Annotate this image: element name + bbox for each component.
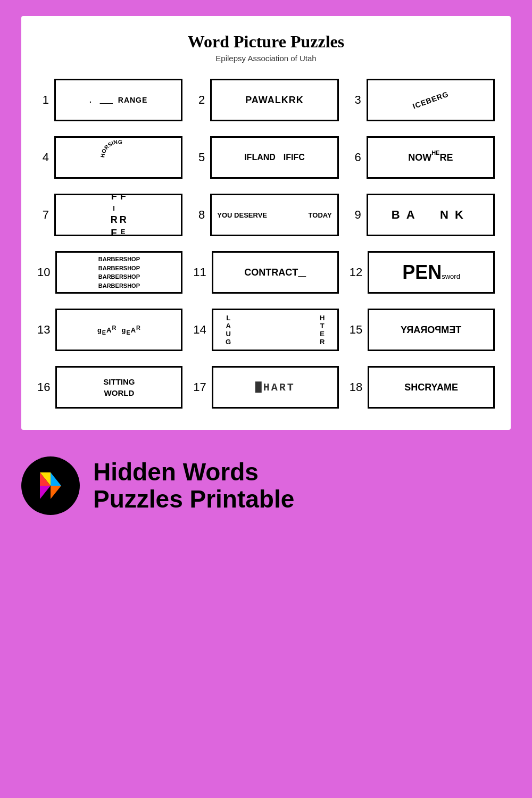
puzzle-11-underscore <box>298 267 306 278</box>
puzzle-content-17: █HART <box>255 381 295 394</box>
puzzle-14-r4: R <box>320 338 325 346</box>
puzzle-number-11: 11 <box>193 265 206 279</box>
logo-circle <box>21 456 80 515</box>
puzzle-number-14: 14 <box>193 323 206 337</box>
puzzle-number-6: 6 <box>350 151 361 164</box>
puzzle-box-5: IFLANDIFIFC <box>210 136 338 179</box>
puzzle-item-4: 4 HORSING <box>37 136 182 179</box>
puzzle-box-7: FF I RR EE <box>54 194 182 236</box>
puzzle-box-11: CONTRACT <box>212 251 339 294</box>
puzzle-content-6: NOWHERE <box>408 152 453 163</box>
bottom-text: Hidden Words Puzzles Printable <box>93 459 294 512</box>
logo-svg <box>32 467 69 504</box>
puzzle-number-12: 12 <box>350 265 362 279</box>
svg-text:HORSING: HORSING <box>99 139 129 158</box>
puzzle-content-9: BA NK <box>392 208 470 222</box>
puzzle-10-line3: BARBERSHOP <box>98 272 140 281</box>
puzzle-box-17: █HART <box>212 366 339 409</box>
puzzle-box-15: TEMPORARY <box>368 309 495 351</box>
puzzle-14-l1: L <box>226 314 230 322</box>
puzzle-10-line4: BARBERSHOP <box>98 281 140 290</box>
puzzle-number-8: 8 <box>193 208 205 222</box>
puzzle-item-1: 1 . RANGE <box>37 79 182 121</box>
puzzle-box-12: PENsword <box>368 251 495 294</box>
puzzle-content-5: IFLANDIFIFC <box>244 153 305 162</box>
puzzle-content-2: PAWALKRK <box>245 95 304 106</box>
puzzle-box-18: SHCRYAME <box>368 366 495 409</box>
circular-text-svg: HORSING <box>98 138 138 178</box>
logo-orange-triangle <box>51 486 61 499</box>
puzzle-8-right: TODAY <box>309 211 332 219</box>
page-title: Word Picture Puzzles <box>37 32 495 52</box>
puzzle-content-16: SITTINGWORLD <box>103 376 135 398</box>
puzzle-content-3: ICEBERG <box>411 89 450 110</box>
bottom-line2: Puzzles Printable <box>93 486 294 513</box>
puzzle-14-l4: G <box>226 338 231 346</box>
puzzle-number-18: 18 <box>350 380 362 394</box>
puzzle-number-13: 13 <box>37 323 50 337</box>
puzzle-6-superscript: HE <box>431 149 439 156</box>
puzzle-item-12: 12 PENsword <box>350 251 495 294</box>
puzzle-content-7: FF I RR EE <box>111 194 127 236</box>
puzzle-8-left: YOU DESERVE <box>217 211 267 219</box>
puzzle-number-15: 15 <box>350 323 362 337</box>
puzzle-item-2: 2 PAWALKRK <box>193 79 338 121</box>
main-card: Word Picture Puzzles Epilepsy Associatio… <box>21 16 511 430</box>
puzzle-box-14: L A U G H T E R <box>212 309 339 351</box>
puzzle-box-3: ICEBERG <box>367 79 495 121</box>
puzzle-box-2: PAWALKRK <box>210 79 338 121</box>
puzzle-number-10: 10 <box>37 265 50 279</box>
puzzle-grid: 1 . RANGE 2 PAWALKRK 3 ICEBERG 4 <box>37 79 495 409</box>
puzzle-number-2: 2 <box>193 93 205 107</box>
puzzle-item-11: 11 CONTRACT <box>193 251 338 294</box>
puzzle-content-10: BARBERSHOP BARBERSHOP BARBERSHOP BARBERS… <box>98 255 140 290</box>
puzzle-10-line1: BARBERSHOP <box>98 255 140 264</box>
puzzle-item-6: 6 NOWHERE <box>350 136 495 179</box>
puzzle-10-line2: BARBERSHOP <box>98 264 140 273</box>
puzzle-content-8: YOU DESERVE TODAY <box>212 209 337 221</box>
puzzle-content-1: . RANGE <box>89 96 147 104</box>
puzzle-item-10: 10 BARBERSHOP BARBERSHOP BARBERSHOP BARB… <box>37 251 182 294</box>
puzzle-14-right: H T E R <box>320 314 325 346</box>
puzzle-box-4: HORSING <box>54 136 182 179</box>
puzzle-item-14: 14 L A U G H T E R <box>193 309 338 351</box>
puzzle-item-16: 16 SITTINGWORLD <box>37 366 182 409</box>
puzzle-14-r3: E <box>320 330 325 338</box>
puzzle-item-18: 18 SHCRYAME <box>350 366 495 409</box>
puzzle-item-13: 13 gEAR gEAR <box>37 309 182 351</box>
puzzle-box-10: BARBERSHOP BARBERSHOP BARBERSHOP BARBERS… <box>55 251 182 294</box>
logo-purple-triangle <box>40 486 51 499</box>
puzzle-14-r1: H <box>320 314 325 322</box>
puzzle-number-4: 4 <box>37 151 49 164</box>
puzzle-12-big: PEN <box>402 261 442 284</box>
puzzle-item-3: 3 ICEBERG <box>350 79 495 121</box>
puzzle-number-7: 7 <box>37 208 49 222</box>
puzzle-content-18: SHCRYAME <box>404 382 458 393</box>
title-section: Word Picture Puzzles Epilepsy Associatio… <box>37 32 495 63</box>
puzzle-box-6: NOWHERE <box>367 136 495 179</box>
puzzle-box-1: . RANGE <box>54 79 182 121</box>
puzzle-14-l2: A <box>226 322 230 330</box>
page-subtitle: Epilepsy Association of Utah <box>37 54 495 63</box>
puzzle-content-14: L A U G H T E R <box>226 314 325 346</box>
puzzle-number-1: 1 <box>37 93 49 107</box>
puzzle-item-8: 8 YOU DESERVE TODAY <box>193 194 338 236</box>
puzzle-item-7: 7 FF I RR EE <box>37 194 182 236</box>
puzzle-item-9: 9 BA NK <box>350 194 495 236</box>
puzzle-item-5: 5 IFLANDIFIFC <box>193 136 338 179</box>
bottom-line1: Hidden Words <box>93 459 294 486</box>
puzzle-box-9: BA NK <box>367 194 495 236</box>
puzzle-content-13: gEAR gEAR <box>97 325 141 336</box>
puzzle-14-left: L A U G <box>226 314 231 346</box>
puzzle-number-17: 17 <box>193 380 206 394</box>
puzzle-content-11: CONTRACT <box>244 267 306 278</box>
puzzle-14-r2: T <box>320 322 325 330</box>
puzzle-box-13: gEAR gEAR <box>55 309 182 351</box>
puzzle-number-16: 16 <box>37 380 50 394</box>
puzzle-number-9: 9 <box>350 208 361 222</box>
logo-blue-triangle <box>51 472 61 486</box>
puzzle-item-17: 17 █HART <box>193 366 338 409</box>
puzzle-12-small: sword <box>442 272 460 280</box>
puzzle-14-l3: U <box>226 330 230 338</box>
puzzle-content-15: TEMPORARY <box>401 325 461 336</box>
